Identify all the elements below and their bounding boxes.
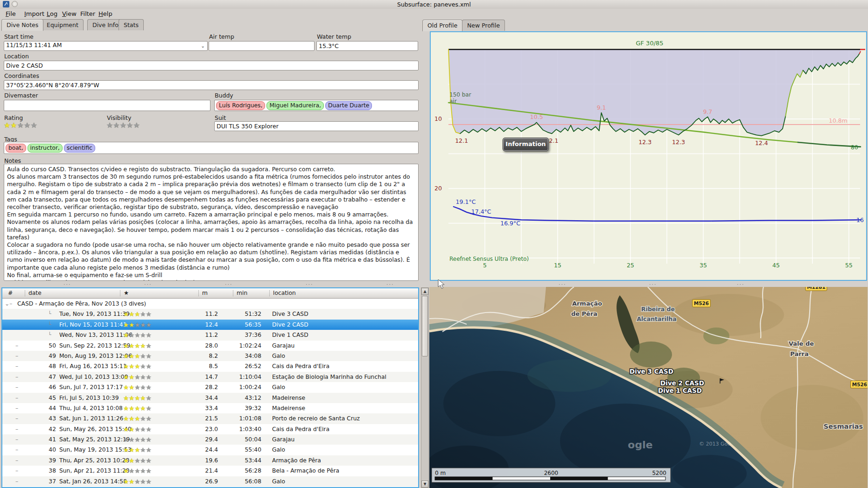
star-empty-icon: ★ bbox=[134, 373, 140, 381]
dive-list-table[interactable]: # date ★ m min location ⌄–CASD - Armação… bbox=[1, 287, 419, 488]
suit-input[interactable] bbox=[214, 121, 419, 131]
map-label: ogle bbox=[628, 439, 652, 451]
dive-depth: 11.2 bbox=[185, 309, 218, 319]
chevron-down-icon[interactable]: ⌄ bbox=[201, 42, 205, 50]
tab-dive-notes[interactable]: Dive Notes bbox=[1, 19, 43, 31]
dive-row[interactable]: –37Sat, Jan 26, 2013 14:58★★★★★26.956:08… bbox=[2, 476, 418, 487]
col-duration-header[interactable]: min bbox=[237, 288, 247, 298]
map-label: Parra bbox=[790, 350, 809, 357]
star-empty-icon: ★ bbox=[140, 363, 146, 370]
notes-table-splitter[interactable]: ······ ······ ··· bbox=[0, 281, 420, 287]
divemaster-input[interactable] bbox=[4, 100, 210, 111]
star-empty-icon: ★ bbox=[140, 310, 146, 318]
tag-pill[interactable]: scientific bbox=[64, 144, 95, 153]
svg-text:9.1: 9.1 bbox=[597, 104, 606, 111]
air-temp-label: Air temp bbox=[209, 33, 234, 40]
col-depth-header[interactable]: m bbox=[202, 288, 208, 298]
visibility-stars[interactable]: ★★★★★ bbox=[106, 121, 140, 130]
dive-row[interactable]: └Tue, Nov 19, 2013 11:39★★★★★11.251:32Di… bbox=[2, 309, 418, 319]
scrollbar-thumb[interactable] bbox=[422, 296, 428, 356]
tags-field[interactable]: boat,instructor,scientific bbox=[4, 142, 419, 154]
dive-row[interactable]: –50Sun, Sep 22, 2013 12:59★★★★★28.01:02:… bbox=[2, 341, 418, 351]
scroll-down-button[interactable]: ▼ bbox=[421, 481, 428, 488]
buddy-pill[interactable]: Duarte Duarte bbox=[325, 101, 372, 110]
star-empty-icon: ★ bbox=[140, 436, 146, 443]
rating-stars[interactable]: ★★★★★ bbox=[4, 121, 37, 130]
menu-import[interactable]: Import bbox=[22, 10, 46, 18]
expand-chevron-icon[interactable]: ⌄– bbox=[5, 299, 12, 309]
dive-row[interactable]: –49Mon, Aug 19, 2013 12:06★★★★★8.234:08G… bbox=[2, 351, 418, 361]
buddy-pill[interactable]: Miguel Madureira, bbox=[266, 101, 324, 110]
window-title: Subsurface: paneves.xml bbox=[0, 1, 868, 8]
tree-branch-icon: – bbox=[15, 413, 18, 424]
dive-row[interactable]: └Fri, Nov 15, 2013 11:41★★★★★12.456:35Di… bbox=[2, 320, 418, 330]
dive-list-header[interactable]: # date ★ m min location bbox=[2, 288, 418, 299]
dive-list-scrollbar[interactable]: ▲ ▼ bbox=[421, 287, 429, 488]
satellite-map[interactable]: M526M1281M526 Armaçãode PêraRibeira deAl… bbox=[429, 287, 868, 488]
left-tab-bar: Dive NotesEquipmentDive InfoStats bbox=[1, 19, 328, 31]
dive-rating: ★★★★★ bbox=[123, 383, 152, 391]
svg-text:12.3: 12.3 bbox=[672, 139, 685, 146]
dive-number: 40 bbox=[30, 445, 56, 455]
svg-text:12.1: 12.1 bbox=[455, 137, 468, 144]
svg-text:Reefnet Sensus Ultra (Preto): Reefnet Sensus Ultra (Preto) bbox=[449, 256, 529, 262]
star-filled-icon: ★ bbox=[129, 457, 134, 464]
title-bar[interactable]: Subsurface: paneves.xml bbox=[0, 0, 868, 9]
start-time-label: Start time bbox=[4, 33, 34, 40]
menu-filter[interactable]: Filter bbox=[78, 10, 97, 18]
dive-row[interactable]: –47Wed, Jul 10, 2013 13:09★★★★★14.71:10:… bbox=[2, 372, 418, 382]
tab-equipment[interactable]: Equipment bbox=[42, 19, 84, 30]
dive-row[interactable]: –41Sat, May 25, 2013 12:19★★★★★29.450:04… bbox=[2, 434, 418, 445]
location-input[interactable] bbox=[4, 61, 419, 70]
col-rating-header[interactable]: ★ bbox=[124, 288, 129, 298]
dive-site-map[interactable]: M526M1281M526 Armaçãode PêraRibeira deAl… bbox=[429, 287, 868, 488]
dive-date: Fri, Aug 16, 2013 15:11 bbox=[59, 361, 127, 371]
col-number-header[interactable]: # bbox=[8, 288, 13, 298]
information-tooltip[interactable]: Information bbox=[503, 138, 549, 151]
star-filled-icon: ★ bbox=[129, 383, 134, 391]
buddy-pill[interactable]: Luís Rodrigues, bbox=[216, 101, 265, 110]
dive-location: Galo bbox=[272, 351, 285, 361]
menu-file[interactable]: File bbox=[4, 10, 18, 18]
buddy-field[interactable]: Luís Rodrigues,Miguel Madureira,Duarte D… bbox=[214, 100, 419, 111]
star-empty-icon: ★ bbox=[134, 425, 140, 433]
col-date-header[interactable]: date bbox=[28, 288, 42, 298]
air-temp-input[interactable] bbox=[209, 41, 315, 51]
menu-help[interactable]: Help bbox=[97, 10, 114, 18]
dive-duration: 55:40 bbox=[222, 445, 261, 455]
map-label: © 2013 Goo bbox=[699, 441, 731, 447]
menu-view[interactable]: View bbox=[60, 10, 78, 18]
dive-row[interactable]: –44Thu, Jul 4, 2013 10:08★★★★★33.439:32M… bbox=[2, 403, 418, 413]
coordinates-input[interactable] bbox=[4, 80, 419, 90]
start-time-input[interactable]: 11/15/13 11:41 AM ⌄ bbox=[4, 41, 208, 51]
col-location-header[interactable]: location bbox=[273, 288, 296, 298]
dive-profile-panel[interactable]: GF 30/85515253545551020150 barair8010.8m… bbox=[430, 31, 867, 281]
dive-row[interactable]: –39Thu, Apr 25, 2013 10:28★★★★★19.653:44… bbox=[2, 455, 418, 466]
dive-row[interactable]: –42Sun, May 26, 2013 15:40★★★★★23.01:03:… bbox=[2, 424, 418, 434]
map-label: Ribeira de bbox=[641, 306, 675, 313]
notes-textarea[interactable]: Aula do curso CASD. Transectos c/video e… bbox=[4, 164, 419, 281]
dive-row[interactable]: └Wed, Nov 13, 2013 11:06★★★★★11.237:36Di… bbox=[2, 330, 418, 340]
tab-new-profile[interactable]: New Profile bbox=[462, 20, 505, 31]
scroll-up-button[interactable]: ▲ bbox=[421, 288, 428, 295]
menu-log[interactable]: Log bbox=[45, 10, 59, 18]
dive-number: 41 bbox=[30, 434, 56, 445]
dive-row[interactable]: –46Sun, Jul 7, 2013 17:17★★★★★28.21:00:2… bbox=[2, 382, 418, 392]
tag-pill[interactable]: boat, bbox=[6, 144, 26, 153]
dive-row[interactable]: –43Sat, Jun 1, 2013 11:26★★★★★21.51:01:0… bbox=[2, 413, 418, 424]
dive-row[interactable]: –45Fri, Jul 5, 2013 10:39★★★★★34.443:12M… bbox=[2, 393, 418, 403]
dive-row[interactable]: –48Fri, Aug 16, 2013 15:11★★★★★8.526:52C… bbox=[2, 361, 418, 371]
tab-stats[interactable]: Stats bbox=[119, 19, 144, 30]
dive-depth: 26.9 bbox=[185, 476, 218, 487]
dive-row[interactable]: –38Sun, Apr 21, 2013 11:28★★★★★21.456:28… bbox=[2, 466, 418, 476]
water-temp-input[interactable] bbox=[316, 41, 418, 51]
dive-row[interactable]: –40Sun, May 19, 2013 15:53★★★★★24.455:40… bbox=[2, 445, 418, 455]
tab-old-profile[interactable]: Old Profile bbox=[422, 20, 462, 31]
star-empty-icon: ★ bbox=[146, 446, 151, 453]
star-filled-icon: ★ bbox=[134, 310, 140, 318]
dive-location: Garajau bbox=[272, 341, 294, 351]
tag-pill[interactable]: instructor, bbox=[28, 144, 63, 153]
profile-map-splitter[interactable]: ······ ··· bbox=[430, 281, 868, 287]
dive-site-label: Dive 3 CASD bbox=[630, 368, 673, 375]
trip-group-row[interactable]: ⌄–CASD - Armação de Pêra, Nov 2013 (3 di… bbox=[2, 299, 418, 309]
